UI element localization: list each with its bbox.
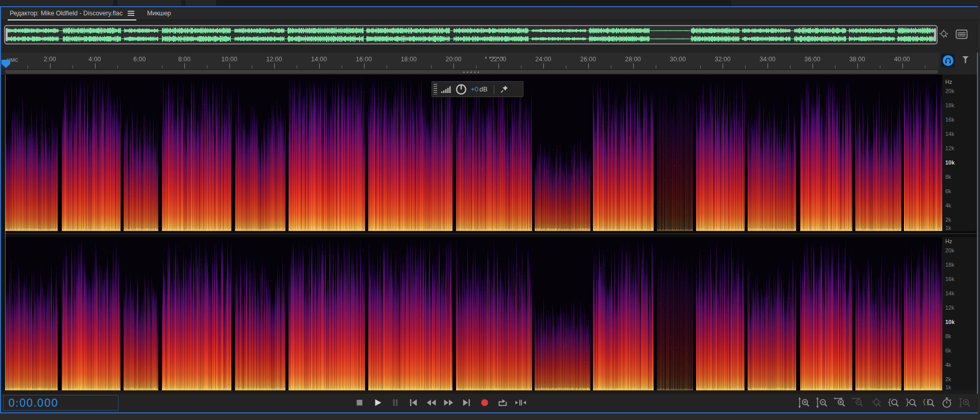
fast-forward-button[interactable] [443,396,455,409]
skip-selection-icon [515,397,526,408]
frequency-tick-label: 2k [945,376,951,382]
frequency-tick-label: 6k [945,188,951,194]
frequency-tick-label: 1k [945,384,951,390]
ruler-grip-dots[interactable] [485,57,506,59]
transport-buttons [350,396,529,409]
ruler-tick-label: 28:00 [625,56,641,63]
panel-tab-bar: Редактор: Mike Oldfield - Discovery.flac… [1,7,978,20]
frequency-tick-label: 8k [945,333,951,339]
loop-playback-icon [497,397,508,408]
hud-gain-value[interactable]: +0 [471,85,479,93]
skip-selection-button[interactable] [514,396,527,409]
zoom-in-amplitude-button[interactable] [797,396,810,409]
hud-grip-icon[interactable] [434,84,437,95]
ruler-tick-label: 2:00 [43,56,56,63]
zoom-to-selection-button[interactable]: {} [922,396,936,409]
zoom-out-time-button[interactable] [851,396,864,409]
zoom-to-selection-icon: {} [922,397,936,408]
zoom-out-amplitude-button[interactable] [815,396,828,409]
frequency-scale-header [939,69,977,75]
pin-icon[interactable] [500,85,509,94]
zoom-out-full-button[interactable] [869,396,882,409]
frequency-tick-label: 4k [945,362,951,368]
pause-button[interactable] [389,396,401,409]
spectrogram-left-margin [1,75,5,390]
zoom-toolbar: {}{} [795,396,973,409]
ruler-tick-label: 32:00 [714,56,730,63]
frequency-unit-label: Hz [945,79,952,85]
panel-bottom-margin [0,413,980,420]
zoom-in-frequency-button[interactable] [958,396,971,409]
rewind-button[interactable] [425,396,437,409]
frequency-tick-label: 8k [945,174,951,180]
spectrogram-channel-right[interactable] [5,237,942,390]
timer-button[interactable] [940,396,953,409]
volume-hud[interactable]: +0 dB [432,81,523,97]
background-panels-strip [0,0,980,6]
frequency-tick-label: 4k [945,202,951,208]
ruler-tick-label: 14:00 [311,56,327,63]
ruler-tick-label: 8:00 [178,56,190,63]
frequency-tick-label: 18k [945,262,954,268]
frequency-tick-label: 10k [945,159,954,166]
panel-menu-list-icon[interactable] [955,28,968,42]
skip-to-end-button[interactable] [461,396,473,409]
stop-button[interactable] [353,396,366,409]
zoom-in-at-in-point-button[interactable]: { [887,396,900,409]
zoom-in-at-out-point-icon: } [904,397,918,408]
headphones-icon [943,55,953,66]
timer-icon [940,397,953,408]
ruler-tick-label: 34:00 [759,56,775,63]
time-display-box[interactable]: 0:00.000 [3,395,118,411]
horizontal-scrollbar[interactable] [1,69,939,74]
frequency-tick-label: 12k [945,145,954,151]
time-display[interactable]: 0:00.000 [8,397,58,409]
horizontal-scrollbar-thumb[interactable] [5,70,938,74]
play-icon [372,397,383,408]
frequency-tick-label: 12k [945,305,954,311]
play-button[interactable] [371,396,384,409]
frequency-unit-label: Hz [945,238,952,244]
timeline-ruler[interactable]: чмс 2:004:006:008:0010:0012:0014:0016:00… [1,53,939,69]
channel-divider[interactable] [5,231,977,237]
panel-menu-icon[interactable] [128,11,134,16]
frequency-tick-label: 18k [945,102,954,108]
zoom-in-amplitude-icon [797,397,810,408]
filter-button[interactable] [961,55,970,67]
zoom-in-time-icon [833,397,846,408]
frequency-tick-label: 20k [945,88,954,94]
gain-knob-icon[interactable] [455,83,467,96]
tab-editor[interactable]: Редактор: Mike Oldfield - Discovery.flac [8,7,136,20]
volume-bars-icon[interactable] [441,85,452,94]
ruler-tick-label: 18:00 [401,56,417,63]
skip-to-start-button[interactable] [407,396,419,409]
record-button[interactable] [479,396,491,409]
ruler-tick-label: 36:00 [804,56,820,63]
loop-playback-button[interactable] [496,396,509,409]
transport-bar: 0:00.000 {}{} [1,394,978,412]
ruler-tick-label: 6:00 [133,56,146,63]
skip-to-start-icon [408,397,419,408]
tab-mixer[interactable]: Микшер [147,7,171,19]
scrollbar-grip-dots [463,72,481,73]
monitor-toggle-button[interactable] [941,54,955,67]
ruler-tick-label: 30:00 [670,56,686,63]
overview-right-handle[interactable] [934,28,936,41]
spectrogram-channel-left[interactable] [5,75,942,231]
frequency-tick-label: 6k [945,347,951,354]
overview-waveform[interactable] [7,27,935,43]
skip-to-end-icon [461,397,472,408]
zoom-in-time-button[interactable] [833,396,846,409]
audition-editor-window: Редактор: Mike Oldfield - Discovery.flac… [0,0,980,420]
overview-zone [1,20,978,53]
zoom-navigate-icon[interactable] [938,28,950,42]
zoom-in-at-out-point-button[interactable]: } [904,396,918,409]
frequency-scale-right-channel: Hz20k18k16k14k12k10k8k6k4k2k1k [942,237,977,390]
frequency-scale-left-channel: Hz20k18k16k14k12k10k8k6k4k2k1k [942,75,977,231]
ruler-tick-label: 12:00 [266,56,282,63]
zoom-out-time-icon [851,397,864,408]
overview-left-handle[interactable] [6,28,8,41]
overview-range-box[interactable] [4,25,938,44]
playhead-line [5,75,6,390]
tab-editor-label: Редактор: Mike Oldfield - Discovery.flac [10,10,123,17]
